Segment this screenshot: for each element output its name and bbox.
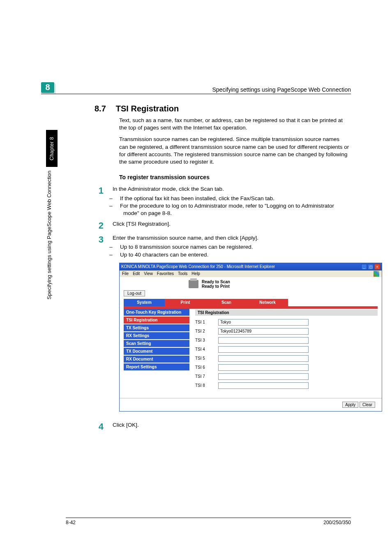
- step-number: 3: [95, 234, 104, 245]
- tsi-input[interactable]: [218, 319, 309, 326]
- content-pane: TSI Registration TSI 1TSI 2TSI 3TSI 4TSI…: [189, 309, 378, 394]
- menu-tools[interactable]: Tools: [178, 271, 187, 276]
- tab-print[interactable]: Print: [165, 299, 206, 306]
- step-text: Enter the transmission source name, and …: [113, 234, 258, 242]
- intro-paragraph-1: Text, such as a name, fax number, or add…: [119, 117, 349, 132]
- step-subitem-text: Up to 40 characters can be entered.: [120, 252, 208, 258]
- tab-system[interactable]: System: [124, 299, 165, 306]
- embedded-browser-window: KONICA MINOLTA PageScope Web Connection …: [119, 263, 382, 412]
- nav-rx-document[interactable]: RX Document: [124, 356, 189, 363]
- tsi-row: TSI 2: [195, 328, 378, 335]
- nav-tx-document[interactable]: TX Document: [124, 348, 189, 356]
- menu-view[interactable]: View: [144, 271, 153, 276]
- tab-network[interactable]: Network: [247, 299, 288, 306]
- tsi-label: TSI 3: [195, 338, 210, 342]
- window-titlebar[interactable]: KONICA MINOLTA PageScope Web Connection …: [120, 263, 382, 271]
- running-header-title: Specifying settings using PageScope Web …: [60, 86, 351, 93]
- menu-help[interactable]: Help: [191, 271, 200, 276]
- tsi-row: TSI 3: [195, 337, 378, 344]
- step-subitem: –Up to 40 characters can be entered.: [113, 251, 258, 259]
- step-number: 1: [95, 185, 104, 196]
- nav-tsi-registration[interactable]: TSI Registration: [124, 317, 189, 324]
- status-strip: Ready to Scan Ready to Print: [120, 277, 382, 289]
- step-4: 4 Click [OK].: [95, 421, 351, 432]
- step-subitem-text: Up to 8 transmission source names can be…: [120, 244, 253, 250]
- procedure-subheading: To register transmission sources: [119, 174, 351, 180]
- tsi-input[interactable]: [218, 355, 309, 362]
- window-title: KONICA MINOLTA PageScope Web Connection …: [121, 264, 275, 269]
- tab-scan[interactable]: Scan: [206, 299, 247, 306]
- nav-rx-settings[interactable]: RX Settings: [124, 332, 189, 340]
- step-2: 2 Click [TSI Registration].: [95, 220, 351, 231]
- close-icon[interactable]: ×: [374, 264, 380, 270]
- step-subitem: –For the procedure to log on to Administ…: [113, 202, 343, 217]
- tsi-label: TSI 5: [195, 356, 210, 361]
- tsi-row: TSI 1: [195, 319, 378, 326]
- page-header: 8 Specifying settings using PageScope We…: [41, 82, 351, 94]
- ready-print-label: Ready to Print: [202, 284, 230, 289]
- apply-button[interactable]: Apply: [342, 402, 358, 408]
- tsi-row: TSI 7: [195, 373, 378, 380]
- tsi-row: TSI 6: [195, 364, 378, 371]
- tsi-label: TSI 1: [195, 320, 210, 324]
- menu-edit[interactable]: Edit: [133, 271, 140, 276]
- menu-file[interactable]: File: [122, 271, 129, 276]
- tsi-input[interactable]: [218, 328, 309, 335]
- maximize-icon[interactable]: ◻: [368, 264, 374, 270]
- tsi-label: TSI 8: [195, 383, 210, 388]
- clear-button[interactable]: Clear: [360, 402, 375, 408]
- tsi-input[interactable]: [218, 382, 309, 389]
- ready-scan-label: Ready to Scan: [202, 280, 230, 284]
- step-text: Click [TSI Registration].: [113, 220, 171, 228]
- intro-paragraph-2: Transmission source names can be registe…: [119, 136, 349, 166]
- section-number: 8.7: [95, 104, 106, 113]
- tsi-row: TSI 5: [195, 355, 378, 362]
- step-number: 2: [95, 220, 104, 231]
- side-vertical-title: Specifying settings using PageScope Web …: [46, 171, 52, 299]
- tsi-input[interactable]: [218, 337, 309, 344]
- step-text: In the Administrator mode, click the Sca…: [113, 185, 343, 193]
- logout-button[interactable]: Log-out: [124, 290, 145, 296]
- footer-model: 200/250/350: [323, 520, 351, 525]
- footer-page-number: 8-42: [66, 520, 76, 525]
- step-subitem-text: If the optional fax kit has been install…: [120, 195, 274, 201]
- menu-favorites[interactable]: Favorites: [157, 271, 174, 276]
- tsi-row: TSI 4: [195, 346, 378, 353]
- step-subitem: –Up to 8 transmission source names can b…: [113, 243, 258, 251]
- section-heading: 8.7 TSI Registration: [95, 104, 351, 113]
- step-3: 3 Enter the transmission source name, an…: [95, 234, 351, 259]
- tsi-row: TSI 8: [195, 382, 378, 389]
- tsi-input[interactable]: [218, 346, 309, 353]
- nav-tx-settings[interactable]: TX Settings: [124, 324, 189, 332]
- chapter-number-badge: 8: [41, 82, 54, 93]
- browser-menubar: File Edit View Favorites Tools Help: [120, 271, 382, 277]
- step-subitem-text: For the procedure to log on to Administr…: [120, 203, 334, 216]
- tsi-label: TSI 2: [195, 329, 210, 333]
- step-number: 4: [95, 421, 104, 432]
- step-text: Click [OK].: [113, 421, 139, 429]
- tsi-label: TSI 6: [195, 365, 210, 370]
- tsi-input[interactable]: [218, 373, 309, 380]
- tsi-label: TSI 7: [195, 374, 210, 379]
- step-subitem: –If the optional fax kit has been instal…: [113, 195, 343, 202]
- minimize-icon[interactable]: _: [361, 264, 367, 270]
- top-tabs: System Print Scan Network: [124, 299, 378, 306]
- pane-title: TSI Registration: [195, 310, 378, 316]
- windows-flag-icon: [374, 271, 379, 277]
- nav-onetouch[interactable]: One-Touch Key Registration: [124, 309, 189, 317]
- side-chapter-tab: Chapter 8: [46, 130, 58, 167]
- nav-report-settings[interactable]: Report Settings: [124, 363, 189, 371]
- printer-icon: [189, 280, 198, 288]
- step-1: 1 In the Administrator mode, click the S…: [95, 185, 351, 217]
- nav-scan-setting[interactable]: Scan Setting: [124, 340, 189, 348]
- section-title: TSI Registration: [116, 104, 179, 113]
- tsi-label: TSI 4: [195, 347, 210, 352]
- tsi-input[interactable]: [218, 364, 309, 371]
- page-footer: 8-42 200/250/350: [66, 518, 351, 525]
- side-nav: One-Touch Key Registration TSI Registrat…: [124, 309, 189, 394]
